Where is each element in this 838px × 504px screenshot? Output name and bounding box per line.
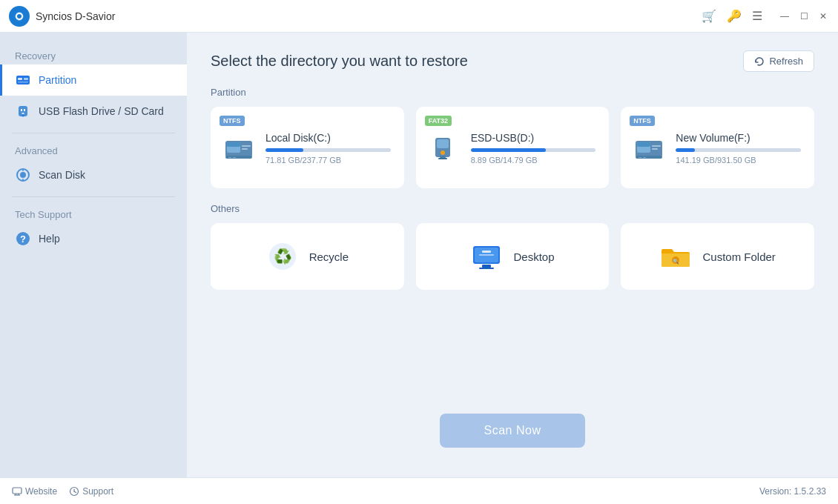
help-icon: ? — [15, 231, 31, 247]
drive-card-f[interactable]: NTFS — [621, 107, 814, 188]
maximize-button[interactable]: ☐ — [798, 10, 810, 22]
drive-name-d: ESD-USB(D:) — [471, 132, 596, 144]
usb-icon — [15, 103, 31, 119]
progress-bg-c — [265, 148, 391, 152]
refresh-button[interactable]: Refresh — [743, 50, 814, 72]
main-layout: Recovery Partition — [0, 33, 838, 477]
others-card-desktop[interactable]: Desktop — [416, 223, 610, 290]
scan-disk-icon — [15, 167, 31, 183]
svg-rect-48 — [13, 488, 22, 494]
svg-rect-24 — [233, 157, 236, 158]
sidebar-label-help: Help — [39, 233, 60, 245]
svg-line-54 — [74, 491, 76, 493]
svg-point-10 — [22, 115, 24, 117]
others-label-custom-folder: Custom Folder — [702, 251, 775, 263]
titlebar-right: 🛒 🔑 ☰ — ☐ ✕ — [702, 9, 829, 23]
version-text: Version: 1.5.2.33 — [759, 486, 826, 497]
content-header: Select the directory you want to restore… — [211, 50, 814, 72]
svg-rect-43 — [479, 254, 494, 256]
refresh-label: Refresh — [769, 56, 803, 67]
titlebar-left: Syncios D-Savior — [9, 6, 115, 27]
app-title: Syncios D-Savior — [36, 10, 115, 22]
support-label: Support — [82, 486, 113, 497]
key-icon[interactable]: 🔑 — [727, 9, 742, 23]
bottom-bar: Website Support Version: 1.5.2.33 — [0, 477, 838, 504]
sidebar-item-partition[interactable]: Partition — [0, 64, 187, 96]
others-row: ♻️ Recycle — [211, 223, 814, 290]
others-section-label: Others — [211, 203, 814, 214]
drive-name-c: Local Disk(C:) — [265, 132, 391, 144]
svg-rect-9 — [24, 109, 25, 111]
svg-rect-45 — [479, 268, 494, 269]
custom-folder-inner: 🔍 Custom Folder — [641, 225, 793, 288]
progress-fill-d — [471, 148, 546, 152]
desktop-icon — [470, 240, 503, 273]
tech-support-section-label: Tech Support — [0, 203, 187, 223]
partition-icon — [15, 72, 31, 88]
progress-bg-f — [676, 148, 801, 152]
sidebar-label-scan-disk: Scan Disk — [39, 169, 85, 181]
recycle-inner: ♻️ Recycle — [248, 225, 366, 288]
svg-rect-42 — [482, 251, 491, 253]
svg-text:?: ? — [20, 233, 26, 245]
svg-rect-28 — [440, 156, 446, 158]
svg-rect-26 — [437, 139, 449, 148]
drive-info-c: Local Disk(C:) 71.81 GB/237.77 GB — [265, 132, 391, 165]
badge-ntfs-c: NTFS — [220, 116, 245, 126]
card-content-f: New Volume(F:) 141.19 GB/931.50 GB — [634, 132, 801, 165]
svg-rect-44 — [482, 265, 491, 268]
svg-text:🔍: 🔍 — [673, 258, 679, 265]
others-label-desktop: Desktop — [513, 251, 554, 263]
drive-icon-c — [224, 132, 257, 165]
close-button[interactable]: ✕ — [817, 10, 829, 22]
svg-point-12 — [20, 172, 26, 178]
svg-rect-32 — [637, 142, 650, 147]
minimize-button[interactable]: — — [779, 10, 791, 22]
refresh-icon — [754, 56, 765, 67]
partition-section-label: Partition — [211, 87, 814, 98]
app-logo — [9, 6, 30, 27]
others-card-custom-folder[interactable]: 🔍 Custom Folder — [621, 223, 814, 290]
drive-info-f: New Volume(F:) 141.19 GB/931.50 GB — [676, 132, 801, 165]
scan-area: Scan Now — [211, 390, 814, 460]
svg-rect-5 — [24, 78, 28, 80]
svg-rect-37 — [643, 157, 646, 158]
menu-icon[interactable]: ☰ — [752, 9, 762, 23]
svg-rect-29 — [438, 158, 447, 159]
drive-card-c[interactable]: NTFS — [211, 107, 404, 188]
support-link[interactable]: Support — [69, 486, 113, 497]
sidebar-item-help[interactable]: ? Help — [0, 223, 187, 254]
svg-rect-23 — [228, 157, 231, 158]
svg-rect-6 — [18, 82, 28, 83]
badge-fat32-d: FAT32 — [425, 116, 452, 126]
drive-card-d[interactable]: FAT32 ESD-USB(D:) — [416, 107, 610, 188]
sidebar-divider-1 — [12, 133, 175, 133]
svg-rect-19 — [227, 142, 240, 147]
progress-fill-f — [676, 148, 694, 152]
svg-rect-34 — [652, 148, 658, 150]
sidebar-divider-2 — [12, 196, 175, 197]
cart-icon[interactable]: 🛒 — [702, 9, 716, 23]
others-card-recycle[interactable]: ♻️ Recycle — [211, 223, 404, 290]
svg-point-27 — [441, 150, 445, 155]
svg-text:♻️: ♻️ — [273, 248, 291, 265]
bottom-bar-left: Website Support — [12, 486, 113, 497]
sidebar-item-scan-disk[interactable]: Scan Disk — [0, 159, 187, 190]
sidebar-item-usb[interactable]: USB Flash Drive / SD Card — [0, 96, 187, 127]
sidebar: Recovery Partition — [0, 33, 187, 477]
desktop-inner: Desktop — [452, 225, 572, 288]
drive-icon-f — [634, 132, 667, 165]
titlebar: Syncios D-Savior 🛒 🔑 ☰ — ☐ ✕ — [0, 0, 838, 33]
scan-now-button[interactable]: Scan Now — [440, 414, 586, 448]
drive-size-f: 141.19 GB/931.50 GB — [676, 156, 801, 165]
drive-size-c: 71.81 GB/237.77 GB — [265, 156, 391, 165]
page-title: Select the directory you want to restore — [211, 53, 468, 70]
window-controls: — ☐ ✕ — [779, 10, 829, 22]
website-link[interactable]: Website — [12, 486, 57, 497]
drives-row: NTFS — [211, 107, 814, 188]
recycle-icon: ♻️ — [266, 240, 299, 273]
svg-rect-4 — [18, 78, 22, 80]
svg-rect-36 — [639, 157, 641, 158]
monitor-icon — [12, 486, 22, 497]
svg-point-2 — [17, 14, 22, 19]
